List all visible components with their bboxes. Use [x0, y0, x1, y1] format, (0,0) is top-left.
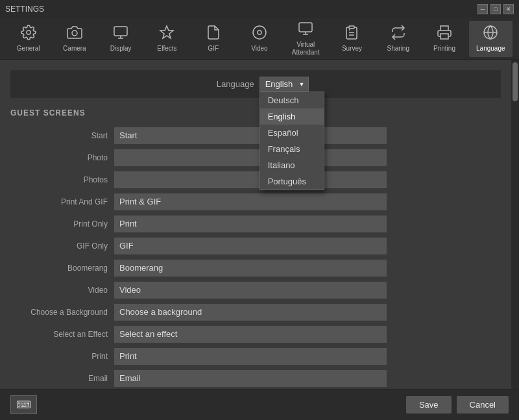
table-row: Select an EffectSelect an effect	[10, 325, 501, 343]
svg-rect-11	[349, 26, 354, 29]
svg-point-1	[72, 31, 77, 36]
setting-value[interactable]: Choose a background	[114, 304, 387, 321]
video-icon	[252, 25, 267, 42]
language-option-français[interactable]: Français	[260, 141, 324, 157]
language-option-italiano[interactable]: Italiano	[260, 157, 324, 173]
minimize-button[interactable]: ─	[477, 4, 488, 14]
table-row: Print OnlyPrint	[10, 215, 501, 233]
setting-label: Email	[10, 374, 114, 383]
keyboard-button[interactable]: ⌨	[10, 395, 37, 414]
content-panel: Language English ▼ DeutschEnglishEspañol…	[0, 60, 511, 389]
svg-rect-2	[114, 27, 127, 36]
toolbar-item-label-camera: Camera	[63, 45, 86, 53]
toolbar-item-survey[interactable]: Survey	[330, 21, 374, 57]
chevron-down-icon: ▼	[298, 81, 304, 88]
language-selected-value: English	[265, 79, 293, 89]
setting-label: Photo	[10, 153, 114, 162]
language-row-label: Language	[202, 79, 254, 89]
effects-icon	[159, 25, 175, 42]
gif-icon	[206, 25, 221, 42]
svg-rect-8	[299, 23, 312, 32]
sharing-icon	[391, 25, 406, 42]
table-row: Photo	[10, 149, 501, 167]
table-row: Choose a BackgroundChoose a background	[10, 303, 501, 321]
table-row: BoomerangBoomerang	[10, 259, 501, 277]
setting-label: Choose a Background	[10, 308, 114, 317]
title-bar-title: SETTINGS	[5, 5, 44, 14]
general-icon	[21, 25, 36, 42]
setting-value[interactable]	[114, 149, 387, 166]
toolbar-item-label-general: General	[17, 45, 40, 53]
language-option-português[interactable]: Português	[260, 173, 324, 190]
display-icon	[113, 25, 128, 42]
setting-value[interactable]: Print	[114, 216, 387, 232]
toolbar-item-video[interactable]: Video	[237, 21, 281, 57]
window-controls: ─ □ ✕	[477, 4, 514, 14]
close-button[interactable]: ✕	[503, 4, 514, 14]
save-button[interactable]: Save	[406, 396, 452, 414]
toolbar-item-effects[interactable]: Effects	[145, 21, 189, 57]
toolbar-item-printing[interactable]: Printing	[422, 21, 466, 57]
table-row: PrintPrint	[10, 347, 501, 365]
svg-point-7	[258, 31, 261, 34]
setting-label: GIF Only	[10, 241, 114, 251]
guest-screens-section: GUEST SCREENS StartStartPhotoPhotosPrint…	[10, 108, 501, 388]
toolbar-item-virtual_attendant[interactable]: Virtual Attendant	[284, 21, 328, 57]
camera-icon	[67, 25, 82, 42]
table-row: StartStart	[10, 127, 501, 145]
language-icon	[483, 25, 498, 42]
setting-label: Start	[10, 131, 114, 140]
scrollbar[interactable]	[511, 60, 519, 389]
language-option-español[interactable]: Español	[260, 125, 324, 141]
setting-value[interactable]: Email	[114, 370, 387, 387]
setting-value[interactable]: Start	[114, 127, 387, 144]
survey-icon	[344, 25, 359, 42]
toolbar-item-label-effects: Effects	[157, 45, 176, 53]
svg-rect-15	[441, 34, 448, 39]
cancel-button[interactable]: Cancel	[457, 396, 509, 414]
toolbar-item-label-printing: Printing	[433, 45, 455, 53]
toolbar-item-display[interactable]: Display	[99, 21, 143, 57]
setting-value[interactable]: Print	[114, 348, 387, 365]
toolbar-item-label-language: Language	[476, 45, 505, 53]
setting-label: Select an Effect	[10, 330, 114, 339]
language-option-english[interactable]: English	[260, 108, 324, 125]
title-bar: SETTINGS ─ □ ✕	[0, 0, 519, 18]
language-row: Language English ▼ DeutschEnglishEspañol…	[10, 70, 501, 98]
setting-value[interactable]	[114, 171, 387, 188]
restore-button[interactable]: □	[490, 4, 501, 14]
setting-rows: StartStartPhotoPhotosPrint And GIFPrint …	[10, 127, 501, 388]
scrollbar-thumb[interactable]	[513, 62, 518, 101]
toolbar-item-sharing[interactable]: Sharing	[376, 21, 420, 57]
toolbar-item-general[interactable]: General	[6, 21, 50, 57]
setting-label: Print	[10, 352, 114, 361]
setting-value[interactable]: Select an effect	[114, 326, 387, 343]
setting-value[interactable]: Boomerang	[114, 260, 387, 277]
toolbar-item-label-sharing: Sharing	[387, 45, 409, 53]
toolbar-item-camera[interactable]: Camera	[53, 21, 96, 57]
toolbar-item-label-display: Display	[110, 45, 132, 53]
table-row: EmailEmail	[10, 369, 501, 388]
toolbar-item-label-survey: Survey	[342, 45, 362, 53]
setting-value[interactable]: Print & GIF	[114, 193, 387, 210]
printing-icon	[437, 25, 452, 42]
bottom-bar: ⌨ Save Cancel	[0, 389, 519, 420]
table-row: Photos	[10, 171, 501, 189]
language-dropdown-menu: DeutschEnglishEspañolFrançaisItalianoPor…	[260, 92, 324, 190]
toolbar-item-language[interactable]: Language	[469, 21, 513, 57]
toolbar-item-gif[interactable]: GIF	[191, 21, 235, 57]
language-dropdown[interactable]: English ▼ DeutschEnglishEspañolFrançaisI…	[260, 77, 309, 92]
setting-value[interactable]: Video	[114, 282, 387, 299]
table-row: GIF OnlyGIF	[10, 237, 501, 255]
toolbar-item-label-video: Video	[251, 45, 267, 53]
language-dropdown-button[interactable]: English ▼	[260, 77, 309, 92]
svg-point-6	[253, 26, 266, 39]
table-row: Print And GIFPrint & GIF	[10, 193, 501, 211]
language-option-deutsch[interactable]: Deutsch	[260, 92, 324, 108]
setting-label: Video	[10, 286, 114, 295]
setting-value[interactable]: GIF	[114, 238, 387, 254]
setting-label: Print Only	[10, 219, 114, 229]
toolbar-item-label-virtual_attendant: Virtual Attendant	[284, 41, 328, 56]
toolbar: GeneralCameraDisplayEffectsGIFVideoVirtu…	[0, 18, 519, 60]
setting-label: Photos	[10, 175, 114, 184]
